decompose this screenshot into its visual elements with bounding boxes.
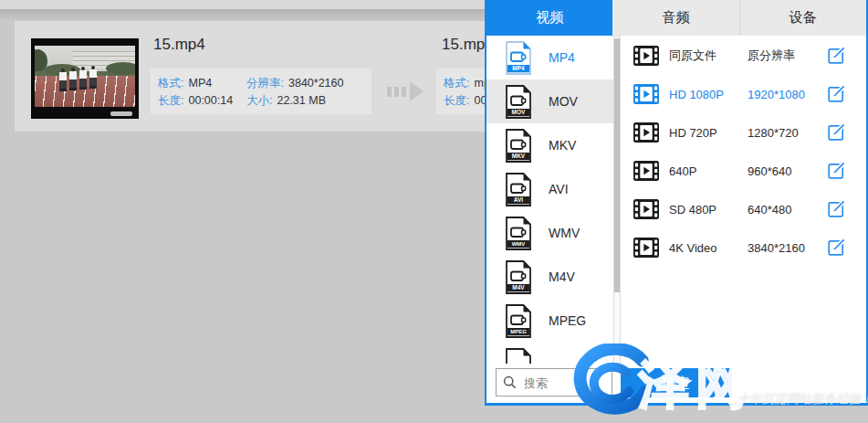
resolution-label: 分辨率: — [246, 75, 284, 92]
svg-text:MOV: MOV — [512, 109, 526, 115]
film-icon — [633, 84, 659, 104]
size-label: 大小: — [246, 92, 272, 110]
quality-name: HD 1080P — [669, 88, 748, 101]
resolution-value: 3840*2160 — [288, 75, 343, 92]
format-item-label: AVI — [549, 182, 569, 196]
edit-settings-icon[interactable] — [827, 84, 846, 103]
tab-audio[interactable]: 音频 — [612, 0, 738, 36]
format-item-label: MKV — [549, 138, 576, 153]
tab-video[interactable]: 视频 — [486, 0, 612, 36]
quality-name: HD 720P — [669, 126, 748, 140]
format-item-label: M4V — [549, 270, 575, 284]
quality-list: 同原文件 原分辨率 HD — [622, 36, 866, 364]
svg-text:AVI: AVI — [514, 196, 524, 203]
format-item-mov[interactable]: MOV MOV — [486, 79, 613, 123]
thumbnail-watermark — [110, 111, 132, 116]
quality-resolution: 960*640 — [748, 164, 831, 178]
quality-resolution: 1280*720 — [748, 126, 831, 140]
quality-item-hd1080p[interactable]: HD 1080P 1920*1080 — [622, 75, 866, 113]
format-list: MP4 MP4 MOV MOV — [486, 36, 622, 364]
format-item-mkv[interactable]: MKV MKV — [486, 123, 613, 167]
wmv-file-icon: WMV — [504, 216, 533, 251]
quality-name: 640P — [669, 164, 748, 178]
search-input[interactable] — [522, 370, 610, 397]
search-box[interactable] — [496, 368, 612, 397]
edit-settings-icon[interactable] — [827, 238, 846, 257]
panel-tabs: 视频 音频 设备 — [486, 0, 866, 36]
panel-footer: 确定 — [486, 364, 866, 403]
edit-settings-icon[interactable] — [827, 122, 846, 142]
quality-item-sd480p[interactable]: SD 480P 640*480 — [622, 190, 866, 228]
format-item-mp4[interactable]: MP4 MP4 — [486, 36, 613, 79]
svg-text:MPEG: MPEG — [510, 329, 527, 334]
quality-name: 同原文件 — [669, 48, 748, 64]
svg-text:M4V: M4V — [512, 284, 525, 291]
format-item-label: MOV — [549, 94, 578, 109]
format-picker-panel: 视频 音频 设备 MP4 MP4 — [485, 0, 868, 406]
edit-settings-icon[interactable] — [827, 199, 846, 218]
tab-device[interactable]: 设备 — [739, 0, 866, 36]
video-thumbnail[interactable] — [31, 38, 139, 119]
film-icon — [633, 238, 659, 258]
quality-name: SD 480P — [669, 203, 748, 217]
format-item-m4v[interactable]: M4V M4V — [486, 255, 613, 299]
convert-arrow-icon — [387, 81, 424, 101]
thumb-person — [89, 66, 97, 89]
duration-label: 长度: — [444, 92, 469, 110]
source-file-info: 格式:MP4 分辨率:3840*2160 长度:00:00:14 大小:22.3… — [151, 69, 371, 114]
thumbnail-image — [35, 46, 135, 107]
svg-text:MKV: MKV — [512, 153, 526, 159]
svg-text:WMV: WMV — [512, 241, 526, 247]
format-item-label: MPEG — [549, 313, 586, 328]
mov-file-icon: MOV — [504, 84, 533, 120]
app-window: 15.mp4 格式:MP4 分辨率:3840*2160 长度:00:00:14 … — [0, 0, 868, 423]
format-label: 格式: — [158, 75, 183, 92]
thumb-person — [59, 69, 67, 91]
confirm-button[interactable]: 确定 — [621, 368, 732, 397]
edit-settings-icon[interactable] — [827, 46, 846, 65]
thumb-person — [69, 68, 77, 90]
source-file-name: 15.mp4 — [153, 36, 205, 54]
quality-item-original[interactable]: 同原文件 原分辨率 — [622, 37, 866, 75]
quality-resolution: 640*480 — [748, 203, 831, 217]
duration-label: 长度: — [158, 92, 183, 110]
scrollbar-thumb[interactable] — [614, 38, 620, 292]
format-item-avi[interactable]: AVI AVI — [486, 167, 613, 211]
format-item-label: WMV — [549, 226, 580, 240]
quality-item-hd720p[interactable]: HD 720P 1280*720 — [622, 113, 866, 152]
film-icon — [633, 122, 659, 143]
format-item-label: MP4 — [549, 50, 575, 65]
svg-text:MP4: MP4 — [512, 65, 525, 71]
format-value: MP4 — [188, 75, 212, 92]
film-icon — [633, 199, 659, 219]
format-label: 格式: — [444, 75, 469, 92]
m4v-file-icon: M4V — [504, 259, 533, 295]
format-item-wmv[interactable]: WMV WMV — [486, 211, 613, 255]
mkv-file-icon: MKV — [504, 128, 533, 164]
format-item-partial[interactable] — [486, 343, 613, 364]
format-scrollbar[interactable] — [613, 36, 621, 364]
quality-resolution: 1920*1080 — [748, 88, 831, 101]
duration-value: 00:00:14 — [188, 92, 233, 110]
avi-file-icon: AVI — [504, 172, 533, 207]
video-file-icon — [504, 347, 533, 365]
quality-resolution: 3840*2160 — [748, 241, 831, 255]
film-icon — [633, 161, 659, 181]
quality-item-640p[interactable]: 640P 960*640 — [622, 152, 866, 190]
thumb-person — [79, 67, 87, 90]
edit-settings-icon[interactable] — [827, 161, 846, 180]
mpeg-file-icon: MPEG — [504, 303, 533, 339]
format-item-mpeg[interactable]: MPEG MPEG — [486, 299, 613, 343]
film-icon — [633, 46, 659, 66]
quality-name: 4K Video — [669, 241, 748, 255]
quality-resolution: 原分辨率 — [748, 48, 831, 64]
mp4-file-icon: MP4 — [504, 40, 533, 76]
search-icon — [503, 375, 517, 389]
size-value: 22.31 MB — [277, 92, 326, 110]
quality-item-4k[interactable]: 4K Video 3840*2160 — [622, 228, 866, 267]
thumb-tree — [106, 62, 135, 75]
